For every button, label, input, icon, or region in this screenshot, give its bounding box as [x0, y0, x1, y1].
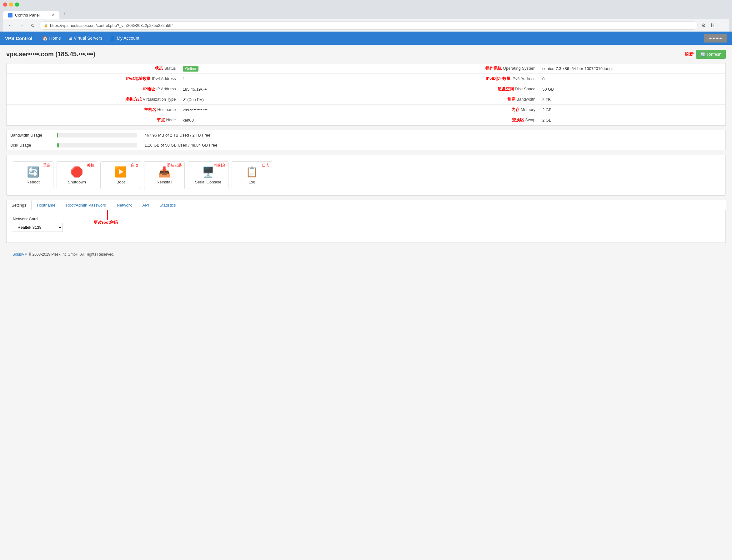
nav-home[interactable]: 🏠 Home — [39, 36, 65, 41]
table-row: 硬盘空间 Disk Space 50 GB — [366, 84, 725, 94]
table-row: 操作系统 Operating System centos-7.3-x86_64-… — [366, 63, 725, 74]
ip-address-value: 185.45.19•.••• — [179, 84, 366, 94]
extensions-button[interactable]: ⚙ — [700, 21, 707, 30]
log-zh-label: 日志 — [262, 163, 269, 168]
tab-api[interactable]: API — [137, 200, 154, 210]
table-row: 主机名 Hostname vps.s•••••••.••• — [7, 105, 366, 115]
actions-grid: 重启 🔄 Reboot 关机 🛑 Shutdown 启动 ▶️ Boot 重新安… — [13, 161, 719, 189]
browser-tab[interactable]: Control Panel ✕ — [3, 11, 59, 19]
url-text: https://vps.hostsailor.com/control.php?_… — [50, 23, 174, 28]
status-badge: Online — [183, 66, 199, 72]
back-button[interactable]: ← — [6, 22, 15, 30]
log-button[interactable]: 日志 📋 Log — [232, 161, 272, 189]
ipv4-address-value: 1 — [179, 74, 366, 84]
table-row: 状态 Status Online — [7, 63, 366, 74]
refresh-zh-label: 刷新 — [685, 52, 694, 57]
tab-title: Control Panel — [15, 13, 40, 17]
reboot-zh-label: 重启 — [43, 163, 51, 168]
boot-icon: ▶️ — [107, 166, 134, 178]
tab-statistics[interactable]: Statistics — [154, 200, 181, 210]
tab-hostname[interactable]: Hostname — [32, 200, 61, 210]
network-card-select[interactable]: Realtek 8139 e1000 virtio — [13, 223, 63, 232]
bandwidth-usage-text: 467.96 MB of 2 TB Used / 2 TB Free — [141, 130, 726, 140]
app-logo: VPS Control — [5, 36, 33, 41]
disk-space-value: 50 GB — [539, 84, 725, 94]
reinstall-button[interactable]: 重新安装 📥 Reinstall — [144, 161, 185, 189]
reload-button[interactable]: ↻ — [29, 21, 37, 30]
info-left-panel: 状态 Status Online IPv4地址数量 IPv4 Address 1… — [7, 63, 366, 125]
actions-box: 重启 🔄 Reboot 关机 🛑 Shutdown 启动 ▶️ Boot 重新安… — [6, 155, 726, 196]
boot-label: Boot — [117, 180, 125, 184]
tab-settings[interactable]: Settings — [6, 200, 32, 210]
lock-icon: 🔒 — [44, 23, 48, 27]
ipv6-value: 0 — [539, 74, 725, 84]
bandwidth-bar-fill — [57, 133, 58, 137]
network-card-group: Network Card Realtek 8139 e1000 virtio — [13, 217, 719, 232]
app-header: VPS Control 🏠 Home ⊞ Virtual Servers 👤 M… — [0, 32, 732, 45]
forward-button[interactable]: → — [18, 22, 26, 30]
disk-usage-label: Disk Usage — [7, 140, 53, 150]
menu-button[interactable]: ⋮ — [718, 21, 726, 30]
address-bar[interactable]: 🔒 https://vps.hostsailor.com/control.php… — [39, 21, 698, 30]
reboot-label: Reboot — [27, 180, 40, 184]
virt-type-value: ✗ (Xen PV) — [179, 94, 366, 105]
shutdown-icon: 🛑 — [63, 166, 91, 178]
boot-zh-label: 启动 — [131, 163, 138, 168]
refresh-label: Refresh — [707, 52, 721, 57]
swap-value: 2 GB — [539, 115, 725, 125]
table-row: 节点 Node xen03 — [7, 115, 366, 125]
page-title-row: vps.ser•••••.com (185.45.•••.•••) 刷新 🔄 R… — [6, 50, 726, 59]
traffic-light-maximize[interactable] — [15, 3, 19, 7]
table-row: IPv6地址数量 IPv6 Address 0 — [366, 74, 725, 84]
tab-root-password[interactable]: Root/Admin Password — [61, 200, 112, 210]
bandwidth-bar-background — [57, 133, 137, 137]
user-button[interactable]: •••••••••• — [704, 34, 727, 43]
footer-brand-link[interactable]: SolusVM — [13, 252, 28, 257]
tab-network[interactable]: Network — [112, 200, 137, 210]
bandwidth-value: 2 TB — [539, 94, 725, 105]
log-icon: 📋 — [238, 166, 266, 178]
usage-table: Bandwidth Usage 467.96 MB of 2 TB Used /… — [6, 130, 726, 150]
traffic-light-close[interactable] — [3, 3, 7, 7]
reinstall-label: Reinstall — [157, 180, 172, 184]
new-tab-button[interactable]: + — [59, 9, 70, 19]
traffic-light-minimize[interactable] — [9, 3, 13, 7]
shutdown-zh-label: 关机 — [87, 163, 94, 168]
reboot-button[interactable]: 重启 🔄 Reboot — [13, 161, 53, 189]
tabs-container: Settings Hostname Root/Admin Password Ne… — [6, 200, 726, 243]
tab-favicon — [8, 13, 13, 17]
tabs-row: Settings Hostname Root/Admin Password Ne… — [6, 200, 726, 210]
nav-my-account[interactable]: 👤 My Account — [106, 36, 143, 41]
disk-usage-bar-cell — [53, 140, 141, 150]
info-left-table: 状态 Status Online IPv4地址数量 IPv4 Address 1… — [7, 63, 366, 125]
table-row: 内存 Memory 2 GB — [366, 105, 725, 115]
reinstall-zh-label: 重新安装 — [167, 163, 182, 168]
console-zh-label: 控制台 — [214, 163, 226, 168]
bandwidth-usage-label: Bandwidth Usage — [7, 130, 53, 140]
table-row: 虚拟方式 Virtualization Type ✗ (Xen PV) — [7, 94, 366, 105]
page-title: vps.ser•••••.com (185.45.•••.•••) — [6, 51, 95, 58]
disk-bar-fill — [57, 143, 59, 147]
shutdown-label: Shutdown — [68, 180, 86, 184]
table-row: Disk Usage 1.16 GB of 50 GB Used / 48.84… — [7, 140, 726, 150]
footer: SolusVM © 2008-2019 Plesk Intl GmbH. All… — [6, 247, 726, 262]
profile-button[interactable]: H — [709, 22, 716, 30]
shutdown-button[interactable]: 关机 🛑 Shutdown — [57, 161, 97, 189]
info-panels: 状态 Status Online IPv4地址数量 IPv4 Address 1… — [6, 63, 726, 126]
refresh-button[interactable]: 🔄 Refresh — [696, 50, 726, 59]
tab-close-button[interactable]: ✕ — [51, 13, 54, 17]
hostname-value: vps.s•••••••.••• — [179, 105, 366, 115]
page-content: vps.ser•••••.com (185.45.•••.•••) 刷新 🔄 R… — [0, 45, 732, 560]
boot-button[interactable]: 启动 ▶️ Boot — [100, 161, 141, 189]
disk-usage-text: 1.16 GB of 50 GB Used / 48.84 GB Free — [141, 140, 726, 150]
refresh-icon: 🔄 — [700, 52, 705, 57]
disk-bar-background — [57, 143, 137, 147]
bandwidth-usage-bar-cell — [53, 130, 141, 140]
table-row: IPv4地址数量 IPv4 Address 1 — [7, 74, 366, 84]
password-annotation: 更改root密码 — [94, 220, 118, 225]
serial-console-label: Serial Console — [195, 180, 222, 184]
table-row: Bandwidth Usage 467.96 MB of 2 TB Used /… — [7, 130, 726, 140]
nav-virtual-servers[interactable]: ⊞ Virtual Servers — [65, 36, 106, 41]
serial-console-button[interactable]: 控制台 🖥️ Serial Console — [188, 161, 228, 189]
network-card-label: Network Card — [13, 217, 719, 221]
